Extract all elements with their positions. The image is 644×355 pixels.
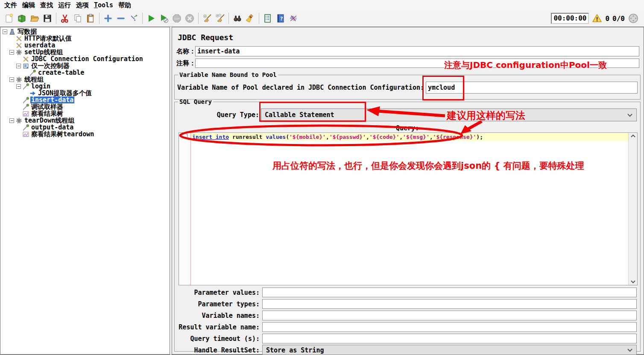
paste-button[interactable] bbox=[84, 12, 97, 25]
new-file-button[interactable] bbox=[3, 12, 15, 25]
tree-item-write-data[interactable]: −写数据 bbox=[0, 28, 170, 35]
templates-button[interactable] bbox=[15, 12, 28, 25]
pool-group-legend: Variable Name Bound to Pool bbox=[178, 71, 278, 78]
chart-icon bbox=[23, 131, 29, 138]
wrench-icon bbox=[16, 42, 22, 49]
tree-item-label[interactable]: HTTP请求默认值 bbox=[23, 35, 73, 42]
parameter-values-input[interactable] bbox=[262, 288, 637, 297]
tree-item-label[interactable]: userdata bbox=[23, 42, 56, 49]
clear-button[interactable] bbox=[201, 12, 214, 25]
menu-item[interactable]: Tools bbox=[92, 0, 117, 10]
thread-count: 0/0 bbox=[612, 15, 625, 23]
tree-item-label[interactable]: login bbox=[30, 83, 51, 90]
annotation-suggest-note: 建议用这样的写法 bbox=[447, 109, 525, 122]
sql-token: '${msg}' bbox=[403, 134, 430, 140]
tree-item-label[interactable]: create-table bbox=[37, 69, 85, 76]
tree-item-label[interactable]: 线程组 bbox=[23, 76, 44, 83]
ssl-manager-button[interactable] bbox=[287, 12, 300, 25]
copy-button[interactable] bbox=[71, 12, 84, 25]
tree-item-label[interactable]: JSON提取器多个值 bbox=[37, 90, 93, 97]
function-helper-button[interactable] bbox=[261, 12, 274, 25]
scroll-up-icon[interactable] bbox=[630, 134, 636, 138]
add-button[interactable] bbox=[102, 12, 114, 25]
menu-item[interactable]: 运行 bbox=[56, 0, 74, 10]
wrench-icon bbox=[16, 35, 22, 42]
search-reset-button[interactable] bbox=[244, 12, 257, 25]
tree-item-label[interactable]: JDBC Connection Configuration bbox=[30, 56, 144, 62]
tree-item-debug-sampler[interactable]: 调试取样器 bbox=[0, 103, 170, 110]
menu-item[interactable]: 帮助 bbox=[117, 0, 135, 10]
menu-bar: 文件编辑查找运行选项Tools帮助 bbox=[0, 0, 644, 10]
query-timeout-input[interactable] bbox=[262, 334, 637, 343]
sampler-icon bbox=[23, 124, 29, 131]
menu-item[interactable]: 编辑 bbox=[20, 0, 38, 10]
tree-item-output-data[interactable]: output-data bbox=[0, 124, 170, 131]
tree-item-label[interactable]: output-data bbox=[30, 124, 74, 131]
toggle-button[interactable] bbox=[127, 12, 140, 25]
parameter-types-input[interactable] bbox=[262, 299, 637, 309]
shutdown-button[interactable] bbox=[183, 12, 196, 25]
sql-token: , bbox=[399, 134, 403, 140]
tree-item-view-results-tree[interactable]: 察看结果树 bbox=[0, 110, 170, 117]
remote-start-icon[interactable] bbox=[628, 13, 639, 24]
menu-item[interactable]: 选项 bbox=[74, 0, 92, 10]
tree-item-json-extractor[interactable]: JSON提取器多个值 bbox=[0, 90, 170, 97]
sql-token: runresult bbox=[229, 134, 266, 140]
result-variable-name-row: Result variable name: bbox=[175, 321, 637, 333]
tree-item-label[interactable]: 仅一次控制器 bbox=[30, 62, 70, 69]
tree-collapse-icon[interactable]: − bbox=[9, 118, 14, 123]
handle-resultset-dropdown[interactable]: Store as String bbox=[262, 345, 637, 355]
line-number: 1 bbox=[179, 133, 189, 139]
query-code-line[interactable]: insert into runresult values('${mobile}'… bbox=[191, 133, 628, 141]
editor-code-area[interactable]: insert into runresult values('${mobile}'… bbox=[191, 133, 628, 285]
cut-button[interactable] bbox=[59, 12, 71, 25]
remove-button[interactable] bbox=[114, 12, 127, 25]
tree-item-label[interactable]: insert-data bbox=[30, 97, 74, 103]
query-editor[interactable]: 1 insert into runresult values('${mobile… bbox=[179, 132, 638, 285]
open-button[interactable] bbox=[28, 12, 41, 25]
tree-collapse-icon[interactable]: − bbox=[3, 29, 7, 34]
menu-item[interactable]: 查找 bbox=[38, 0, 56, 10]
menu-item[interactable]: 文件 bbox=[3, 0, 20, 10]
tree-collapse-icon[interactable]: − bbox=[9, 77, 14, 82]
name-row: 名称： bbox=[176, 46, 639, 56]
sql-token: , bbox=[430, 134, 433, 140]
tree-item-label[interactable]: tearDown线程组 bbox=[23, 117, 75, 124]
tree-item-create-table[interactable]: create-table bbox=[0, 69, 170, 76]
tree-item-login[interactable]: −login bbox=[0, 83, 170, 90]
tree-item-label[interactable]: 察看结果树 bbox=[30, 110, 64, 117]
tree-collapse-icon[interactable]: − bbox=[16, 84, 21, 89]
tree-item-setup-thread-group[interactable]: −setUp线程组 bbox=[0, 49, 170, 56]
start-no-timers-button[interactable] bbox=[158, 12, 170, 25]
start-button[interactable] bbox=[145, 12, 158, 25]
scroll-down-icon[interactable] bbox=[630, 280, 636, 284]
tree-item-thread-group[interactable]: −线程组 bbox=[0, 76, 170, 83]
tree-item-view-results-tree-teardown[interactable]: 察看结果树teardown bbox=[0, 131, 170, 138]
tree-item-label[interactable]: 写数据 bbox=[17, 28, 38, 35]
clear-all-button[interactable] bbox=[214, 12, 226, 25]
tree-item-label[interactable]: 调试取样器 bbox=[30, 103, 64, 110]
result-variable-name-input[interactable] bbox=[262, 322, 637, 332]
tree-collapse-icon[interactable]: − bbox=[9, 50, 14, 55]
tree-item-teardown-thread-group[interactable]: −tearDown线程组 bbox=[0, 117, 170, 124]
name-input[interactable] bbox=[195, 46, 639, 56]
stop-button[interactable]: STOP bbox=[170, 12, 183, 25]
tree-item-insert-data[interactable]: insert-data bbox=[0, 97, 170, 103]
help-button[interactable]: ? bbox=[274, 12, 287, 25]
tree-item-jdbc-connection-configuration[interactable]: JDBC Connection Configuration bbox=[0, 56, 170, 62]
tree-item-http-defaults[interactable]: HTTP请求默认值 bbox=[0, 35, 170, 42]
tree-item-once-only-controller[interactable]: −仅一次控制器 bbox=[0, 62, 170, 69]
search-button[interactable] bbox=[231, 12, 244, 25]
pool-variable-label: Variable Name of Pool declared in JDBC C… bbox=[177, 84, 424, 91]
tree-item-label[interactable]: 察看结果树teardown bbox=[30, 131, 95, 138]
save-button[interactable] bbox=[41, 12, 54, 25]
warning-indicator-icon[interactable] bbox=[592, 13, 602, 23]
query-timeout-row: Query timeout (s): bbox=[175, 333, 637, 344]
tree-collapse-icon[interactable]: − bbox=[16, 64, 21, 68]
tree-item-label[interactable]: setUp线程组 bbox=[23, 49, 64, 56]
editor-scrollbar[interactable] bbox=[628, 133, 637, 285]
annotation-pool-note: 注意与JDBC configuration中Pool一致 bbox=[444, 59, 607, 71]
editor-gutter: 1 bbox=[179, 133, 191, 285]
tree-item-userdata[interactable]: userdata bbox=[0, 42, 170, 49]
variable-names-input[interactable] bbox=[262, 311, 637, 320]
